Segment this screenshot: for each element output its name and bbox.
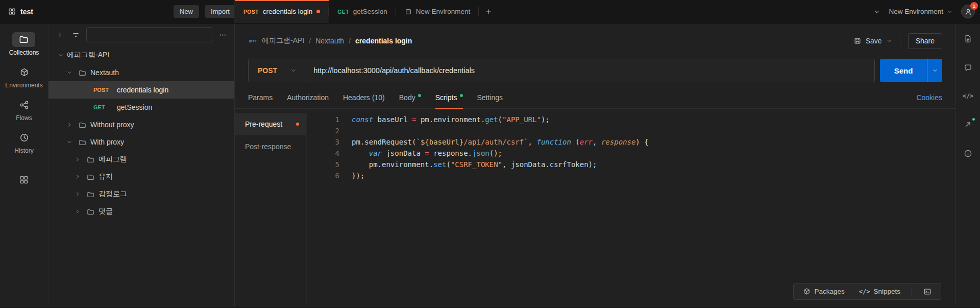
chevron-down-icon	[290, 67, 297, 74]
notification-dot	[972, 118, 975, 121]
tree-item-label: 감정로그	[99, 189, 127, 199]
postman-app: test New Import POSTcredentials loginGET…	[0, 0, 980, 308]
sidebar-item-collections[interactable]: Collections	[9, 32, 39, 56]
folder-item[interactable]: 댓글	[48, 203, 234, 220]
chevron-right-icon	[72, 208, 83, 215]
new-tab-button[interactable]	[479, 0, 498, 23]
tab-params[interactable]: Params	[248, 87, 273, 109]
sidebar-item-environments[interactable]: Environments	[5, 65, 42, 89]
code-token	[352, 149, 369, 157]
chevron-right-icon	[72, 174, 83, 180]
code-token: const	[352, 115, 373, 124]
code-content	[339, 125, 352, 136]
method-selector[interactable]: POST	[249, 66, 305, 75]
save-button[interactable]: Save	[853, 37, 882, 45]
tab-body[interactable]: Body	[399, 87, 421, 109]
save-icon	[853, 37, 862, 45]
snippets-button[interactable]: </> Snippets	[856, 287, 903, 296]
send-options-chevron[interactable]	[927, 59, 942, 82]
script-tab-pre-request[interactable]: Pre-request	[235, 113, 306, 135]
editor-footer: Packages </> Snippets	[793, 283, 941, 300]
chevron-down-icon	[64, 139, 75, 145]
url-input[interactable]: http://localhost:3000/api/auth/callback/…	[305, 66, 483, 75]
more-options-button[interactable]	[217, 30, 228, 40]
unsaved-changes-dot	[316, 10, 320, 13]
filter-button[interactable]	[70, 30, 81, 40]
tab-scripts[interactable]: Scripts	[435, 87, 463, 109]
tab-title: credentials login	[263, 8, 313, 15]
code-token: jsonData	[382, 149, 425, 157]
tab-headers[interactable]: Headers(10)	[343, 87, 385, 109]
method-label: POST	[258, 66, 277, 75]
folder-item[interactable]: Without proxy	[48, 116, 234, 133]
add-collection-button[interactable]	[55, 30, 65, 40]
save-options-chevron-icon[interactable]	[886, 38, 892, 44]
apps-grid-icon[interactable]	[19, 175, 29, 186]
snippets-label: Snippets	[873, 288, 900, 295]
cookies-link[interactable]: Cookies	[916, 93, 942, 102]
tab-label: Scripts	[435, 93, 457, 102]
save-label: Save	[866, 37, 882, 45]
comments-icon[interactable]	[964, 63, 972, 72]
send-button[interactable]: Send	[880, 59, 942, 82]
tree-item-label: 에피그램	[99, 155, 127, 164]
code-token: response.	[429, 149, 472, 157]
request-item[interactable]: POSTcredentials login	[48, 81, 234, 99]
script-tab-label: Pre-request	[245, 120, 282, 128]
related-requests-icon[interactable]	[964, 120, 972, 129]
folder-item[interactable]: 유저	[48, 168, 234, 185]
code-icon[interactable]: </>	[963, 92, 974, 100]
code-token: (	[571, 138, 580, 146]
code-content: });	[339, 170, 364, 181]
documentation-icon[interactable]	[964, 34, 972, 43]
collection-item[interactable]: 에피그램-API	[48, 46, 234, 64]
import-button[interactable]: Import	[205, 5, 236, 18]
tab-request-credentials-login[interactable]: POSTcredentials login	[235, 0, 329, 23]
packages-label: Packages	[814, 288, 844, 295]
sidebar-item-label: Environments	[5, 82, 42, 89]
tab-authorization[interactable]: Authorization	[287, 87, 329, 109]
console-icon	[923, 288, 932, 296]
tab-count: (10)	[372, 93, 385, 102]
code-line: 3pm.sendRequest(`${baseUrl}/api/auth/csr…	[307, 136, 955, 148]
code-token: get	[485, 115, 498, 124]
folder-icon	[76, 138, 88, 146]
request-item[interactable]: GETgetSession	[48, 99, 234, 116]
tab-request-getsession[interactable]: GETgetSession	[329, 0, 396, 23]
code-content: const baseUrl = pm.environment.get("APP_…	[339, 114, 550, 125]
code-token: , jsonData.csrfToken);	[502, 160, 597, 169]
script-tab-post-response[interactable]: Post-response	[235, 135, 306, 158]
package-icon	[803, 288, 811, 295]
breadcrumb-item[interactable]: credentials login	[355, 37, 412, 45]
tab-overflow-chevron-icon[interactable]	[873, 8, 880, 15]
code-token: /api/auth/csrf`	[463, 138, 528, 146]
plus-icon	[485, 8, 492, 15]
new-button[interactable]: New	[174, 5, 199, 18]
user-avatar[interactable]: 1	[961, 5, 975, 18]
divider	[912, 287, 912, 296]
send-label[interactable]: Send	[880, 59, 927, 82]
sidebar-item-flows[interactable]: Flows	[13, 98, 36, 122]
workspace-name[interactable]: test	[20, 8, 33, 16]
breadcrumb-item[interactable]: Nextauth	[315, 37, 344, 45]
tab-label: Authorization	[287, 93, 329, 102]
share-button[interactable]: Share	[908, 33, 942, 49]
folder-item[interactable]: 감정로그	[48, 185, 234, 203]
folder-item[interactable]: Nextauth	[48, 64, 234, 81]
tab-settings[interactable]: Settings	[477, 87, 503, 109]
code-editor[interactable]: 1const baseUrl = pm.environment.get("APP…	[307, 109, 955, 306]
breadcrumb-item[interactable]: 에피그램-API	[262, 36, 304, 45]
collections-search-input[interactable]	[86, 27, 212, 42]
folder-item[interactable]: With proxy	[48, 133, 234, 151]
environment-selector[interactable]: New Environment	[889, 8, 953, 15]
info-icon[interactable]	[964, 149, 972, 158]
folder-item[interactable]: 에피그램	[48, 151, 234, 168]
code-token: (	[498, 115, 502, 124]
code-line: 1const baseUrl = pm.environment.get("APP…	[307, 114, 955, 125]
workspace-switcher[interactable]: test	[8, 0, 33, 23]
packages-button[interactable]: Packages	[800, 287, 847, 296]
console-button[interactable]	[920, 287, 935, 296]
sidebar-item-history[interactable]: History	[13, 130, 36, 154]
tab-environment[interactable]: New Environment	[396, 0, 479, 23]
tree-item-label: Without proxy	[90, 121, 134, 129]
